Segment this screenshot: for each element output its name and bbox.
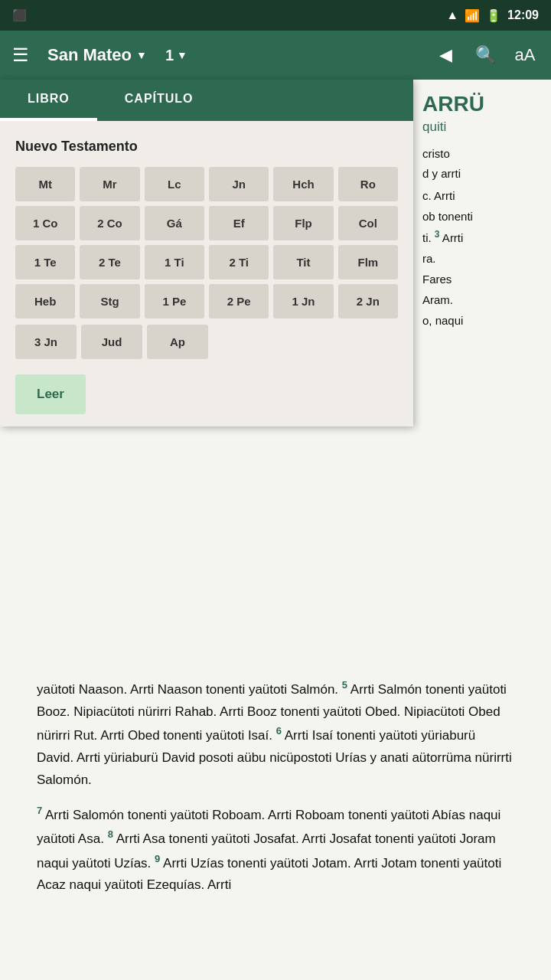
book-heb[interactable]: Heb [15,284,75,318]
verse-num-6: 6 [276,725,282,737]
verse-num-8: 8 [108,828,113,840]
book-mt[interactable]: Mt [15,167,75,201]
book-title: San Mateo [47,45,132,65]
status-bar-right: ▲ 📶 🔋 12:09 [446,8,539,23]
book-1co[interactable]: 1 Co [15,206,75,240]
signal-icon: 📶 [465,8,480,23]
bg-right-line3: ti. 3 Arrti [422,227,542,248]
bg-right-line2: ob tonenti [422,206,542,227]
book-dropdown-arrow: ▼ [136,49,147,61]
book-selector[interactable]: San Mateo ▼ [47,45,147,65]
book-ro[interactable]: Ro [338,167,398,201]
book-tit[interactable]: Tit [273,245,333,279]
time-display: 12:09 [507,8,539,22]
book-flp[interactable]: Flp [273,206,333,240]
book-2te[interactable]: 2 Te [80,245,139,279]
battery-icon: 🔋 [486,8,501,23]
status-bar-left: ⬛ [12,8,27,22]
font-size-button[interactable]: aA [511,41,539,69]
bg-right-line5: Fares [422,269,542,289]
bg-title: ARRÜ [422,92,542,116]
bg-partial-text: cristod y arrti [422,144,542,183]
book-1te[interactable]: 1 Te [15,245,75,279]
book-mr[interactable]: Mr [80,167,139,201]
book-stg[interactable]: Stg [80,284,139,318]
book-2co[interactable]: 2 Co [80,206,139,240]
book-ga[interactable]: Gá [145,206,204,240]
bg-text-1: cristod y arrti [422,147,461,180]
bg-right-line1: c. Arrti [422,185,542,206]
testament-heading: Nuevo Testamento [15,139,398,155]
background-text-right: ARRÜ quiti cristod y arrti [413,80,551,195]
wifi-icon: ▲ [446,8,458,22]
book-col[interactable]: Col [338,206,398,240]
panel-content: Nuevo Testamento Mt Mr Lc Jn Hch Ro 1 Co… [0,123,413,426]
book-selector-panel: LIBRO CAPÍTULO Nuevo Testamento Mt Mr Lc… [0,80,413,426]
chapter-dropdown-arrow: ▼ [177,49,187,61]
volume-button[interactable]: ◀ [432,41,459,69]
panel-tabs: LIBRO CAPÍTULO [0,80,413,123]
book-ap[interactable]: Ap [147,325,208,359]
book-2ti[interactable]: 2 Ti [209,245,269,279]
bg-right-line4: ra. [422,248,542,269]
book-1ti[interactable]: 1 Ti [145,245,204,279]
bg-right-mid: c. Arrti ob tonenti ti. 3 Arrti ra. Fare… [413,179,551,337]
scripture-text: yaütoti Naason. Arrti Naason tonenti yaü… [18,677,533,926]
book-ef[interactable]: Ef [209,206,269,240]
book-1pe[interactable]: 1 Pe [145,284,204,318]
bg-right-line7: o, naqui [422,310,542,331]
screen-icon: ⬛ [12,8,27,22]
book-hch[interactable]: Hch [273,167,333,201]
book-flm[interactable]: Flm [338,245,398,279]
verse-num-5: 5 [342,679,347,691]
bg-right-line6: Aram. [422,289,542,310]
verse-block-1: yaütoti Naason. Arrti Naason tonenti yaü… [37,677,514,792]
book-jud[interactable]: Jud [81,325,142,359]
verse-num-7: 7 [37,805,42,816]
chapter-number: 1 [165,47,174,64]
tab-capitulo[interactable]: CAPÍTULO [97,80,221,121]
book-lc[interactable]: Lc [145,167,204,201]
toolbar: ☰ San Mateo ▼ 1 ▼ ◀ 🔍 aA [0,31,551,80]
chapter-selector[interactable]: 1 ▼ [165,47,187,64]
menu-button[interactable]: ☰ [12,44,29,66]
search-button[interactable]: 🔍 [471,41,499,69]
books-grid: Mt Mr Lc Jn Hch Ro 1 Co 2 Co Gá Ef Flp C… [15,167,398,318]
book-1jn[interactable]: 1 Jn [273,284,333,318]
book-2jn[interactable]: 2 Jn [338,284,398,318]
tab-libro[interactable]: LIBRO [0,80,97,121]
status-bar: ⬛ ▲ 📶 🔋 12:09 [0,0,551,31]
read-button[interactable]: Leer [15,374,86,414]
bg-subtitle: quiti [422,119,542,135]
main-body-text: yaütoti Naason. Arrti Naason tonenti yaü… [0,677,551,926]
books-partial-row: 3 Jn Jud Ap [15,325,398,359]
book-3jn[interactable]: 3 Jn [15,325,77,359]
book-jn[interactable]: Jn [209,167,269,201]
book-2pe[interactable]: 2 Pe [209,284,269,318]
verse-block-2: 7 Arrti Salomón tonenti yaütoti Roboam. … [37,802,514,897]
verse-num-9: 9 [155,853,160,864]
